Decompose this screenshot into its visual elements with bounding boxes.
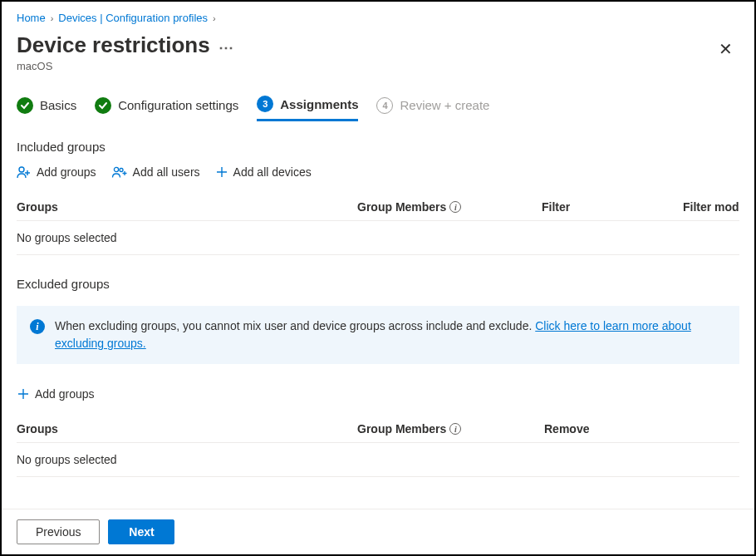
more-dots-icon[interactable]: ⋯ — [218, 39, 233, 56]
col-filter: Filter — [542, 200, 683, 214]
info-icon[interactable]: i — [449, 423, 461, 435]
included-empty-row: No groups selected — [17, 221, 739, 255]
excluded-empty-row: No groups selected — [17, 443, 739, 477]
svg-point-2 — [120, 169, 123, 172]
people-add-icon — [111, 165, 128, 179]
close-icon[interactable]: ✕ — [712, 37, 739, 61]
chevron-right-icon: › — [213, 13, 216, 23]
svg-point-0 — [19, 167, 24, 172]
step-assignments[interactable]: 3 Assignments — [257, 96, 358, 121]
info-text: When excluding groups, you cannot mix us… — [55, 317, 726, 352]
col-filter-mode: Filter mod — [683, 200, 739, 214]
col-remove: Remove — [544, 422, 739, 435]
wizard-stepper: Basics Configuration settings 3 Assignme… — [17, 96, 739, 121]
col-groups: Groups — [17, 200, 357, 214]
excluded-actions: Add groups — [17, 387, 739, 401]
check-icon — [95, 97, 111, 114]
previous-button[interactable]: Previous — [17, 519, 100, 544]
plus-icon — [215, 165, 228, 179]
info-icon: i — [30, 319, 45, 334]
step-number-badge: 4 — [376, 97, 393, 114]
svg-point-1 — [114, 168, 118, 172]
step-configuration[interactable]: Configuration settings — [95, 97, 238, 121]
excluded-groups-title: Excluded groups — [17, 277, 739, 291]
included-groups-title: Included groups — [17, 140, 739, 154]
excluded-table-header: Groups Group Members i Remove — [17, 416, 739, 443]
add-groups-button[interactable]: Add groups — [17, 387, 95, 401]
wizard-footer: Previous Next — [2, 509, 754, 554]
included-table-header: Groups Group Members i Filter Filter mod — [17, 194, 739, 221]
breadcrumb-home[interactable]: Home — [17, 12, 46, 24]
page-title: Device restrictions⋯ — [17, 32, 233, 58]
included-actions: Add groups Add all users Add all devices — [17, 165, 739, 179]
info-icon[interactable]: i — [449, 201, 461, 213]
breadcrumb-devices[interactable]: Devices | Configuration profiles — [58, 12, 208, 24]
step-basics[interactable]: Basics — [17, 97, 76, 121]
step-number-badge: 3 — [257, 96, 273, 112]
chevron-right-icon: › — [51, 13, 54, 23]
step-review: 4 Review + create — [376, 97, 489, 121]
col-groups: Groups — [17, 422, 357, 435]
info-banner: i When excluding groups, you cannot mix … — [17, 306, 739, 364]
breadcrumb: Home › Devices | Configuration profiles … — [17, 12, 739, 24]
check-icon — [17, 97, 33, 114]
next-button[interactable]: Next — [108, 519, 174, 544]
add-groups-button[interactable]: Add groups — [17, 165, 96, 179]
col-members: Group Members i — [357, 422, 544, 435]
plus-icon — [17, 387, 30, 401]
add-all-devices-button[interactable]: Add all devices — [215, 165, 312, 179]
add-all-users-button[interactable]: Add all users — [111, 165, 200, 179]
col-members: Group Members i — [357, 200, 542, 214]
page-subtitle: macOS — [17, 60, 233, 72]
person-add-icon — [17, 165, 32, 179]
